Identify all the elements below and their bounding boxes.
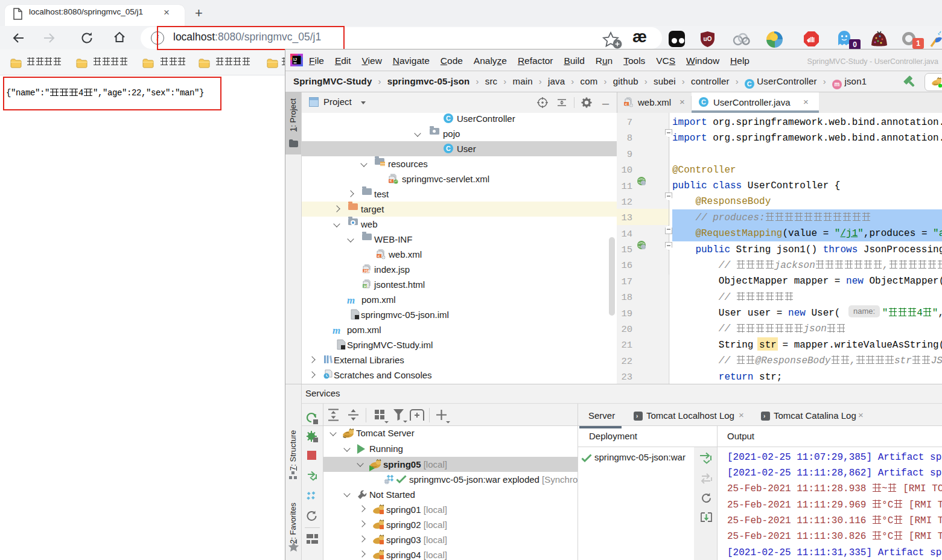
svg-text:JSP: JSP (363, 269, 371, 273)
svg-text:IJ: IJ (293, 57, 297, 62)
svg-text:<: < (390, 179, 392, 183)
svg-text:H: H (364, 284, 367, 288)
svg-text:uO: uO (704, 36, 712, 42)
svg-text:<: < (625, 102, 628, 106)
svg-text:<: < (378, 254, 380, 258)
